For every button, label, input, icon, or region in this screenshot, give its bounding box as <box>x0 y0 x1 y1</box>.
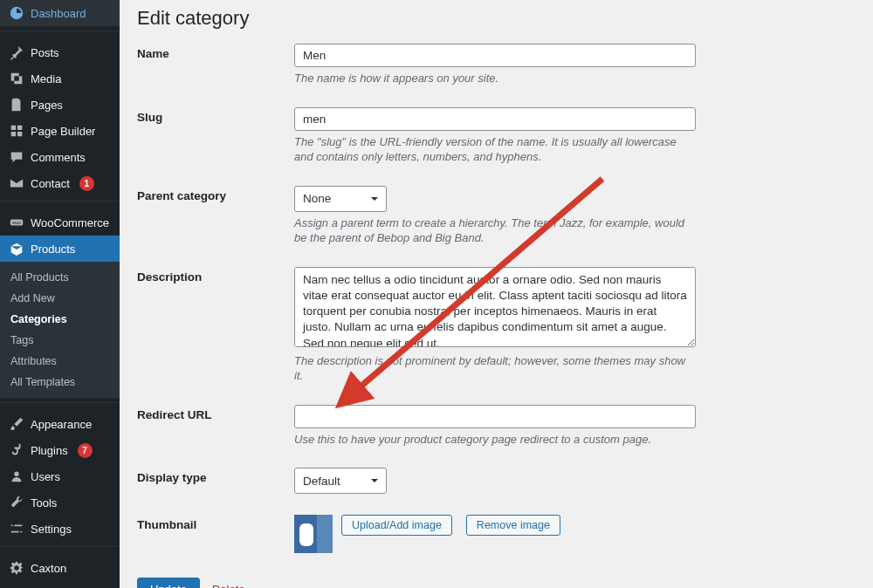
submenu-categories[interactable]: Categories <box>0 309 120 330</box>
name-description: The name is how it appears on your site. <box>294 71 696 86</box>
name-label: Name <box>137 33 294 97</box>
woocommerce-icon: woo <box>9 215 24 230</box>
sidebar-label: Dashboard <box>31 7 86 20</box>
description-description: The description is not prominent by defa… <box>294 353 696 384</box>
sidebar-item-contact[interactable]: Contact 1 <box>0 170 120 196</box>
thumbnail-image[interactable] <box>294 515 333 553</box>
plugins-badge: 7 <box>78 443 93 458</box>
sidebar-item-plugins[interactable]: Plugins 7 <box>0 437 120 463</box>
parent-description: Assign a parent term to create a hierarc… <box>294 215 696 246</box>
update-button[interactable]: Update <box>137 578 200 588</box>
sidebar-label: Settings <box>31 523 72 536</box>
separator <box>0 31 120 35</box>
thumbnail-label: Thumbnail <box>137 504 294 564</box>
upload-image-button[interactable]: Upload/Add image <box>341 515 452 536</box>
main-content: Edit category Name The name is how it ap… <box>120 0 873 588</box>
slug-description: The "slug" is the URL-friendly version o… <box>294 134 696 165</box>
submenu-attributes[interactable]: Attributes <box>0 351 120 372</box>
products-submenu: All Products Add New Categories Tags Att… <box>0 262 120 398</box>
sidebar-label: Products <box>31 243 75 256</box>
sidebar-item-media[interactable]: Media <box>0 65 120 92</box>
media-icon <box>9 71 24 86</box>
sidebar-item-settings[interactable]: Settings <box>0 516 120 542</box>
admin-sidebar: Dashboard Posts Media Pages Page Builder… <box>0 0 120 588</box>
form-actions: Update Delete <box>137 578 856 588</box>
mail-icon <box>9 175 24 191</box>
plug-icon <box>9 442 24 458</box>
sidebar-item-page-builder[interactable]: Page Builder <box>0 118 120 144</box>
sliders-icon <box>9 521 24 537</box>
sidebar-item-woocommerce[interactable]: woo WooCommerce <box>0 209 120 236</box>
grid-icon <box>9 123 24 139</box>
pin-icon <box>9 44 24 60</box>
redirect-input[interactable] <box>294 405 696 428</box>
delete-link[interactable]: Delete <box>212 583 245 588</box>
products-icon <box>9 241 24 256</box>
submenu-all-templates[interactable]: All Templates <box>0 372 120 393</box>
pages-icon <box>9 97 24 113</box>
sidebar-label: WooCommerce <box>31 216 109 229</box>
sidebar-item-appearance[interactable]: Appearance <box>0 411 120 437</box>
sidebar-item-tools[interactable]: Tools <box>0 489 120 516</box>
redirect-description: Use this to have your product category p… <box>294 432 696 448</box>
contact-badge: 1 <box>79 176 94 191</box>
sidebar-label: Page Builder <box>31 125 95 138</box>
parent-label: Parent category <box>137 175 294 256</box>
page-title: Edit category <box>137 0 856 33</box>
sidebar-item-comments[interactable]: Comments <box>0 144 120 170</box>
sidebar-item-dashboard[interactable]: Dashboard <box>0 0 120 26</box>
sidebar-label: Pages <box>31 99 63 112</box>
description-label: Description <box>137 256 294 394</box>
user-icon <box>9 468 24 484</box>
display-label: Display type <box>137 457 294 504</box>
sidebar-label: Posts <box>31 46 59 59</box>
dashboard-icon <box>9 5 24 21</box>
sidebar-item-users[interactable]: Users <box>0 463 120 489</box>
name-input[interactable] <box>294 44 696 67</box>
submenu-all-products[interactable]: All Products <box>0 267 120 288</box>
svg-text:woo: woo <box>11 220 21 225</box>
parent-select[interactable]: None <box>294 186 387 212</box>
sidebar-label: Contact <box>31 177 70 190</box>
wrench-icon <box>9 495 24 510</box>
display-select[interactable]: Default <box>294 468 387 494</box>
brush-icon <box>9 416 24 432</box>
sidebar-label: Appearance <box>31 418 92 431</box>
sidebar-item-caxton[interactable]: Caxton <box>0 555 120 581</box>
redirect-label: Redirect URL <box>137 394 294 458</box>
sidebar-label: Users <box>31 470 60 483</box>
sidebar-item-posts[interactable]: Posts <box>0 39 120 65</box>
remove-image-button[interactable]: Remove image <box>466 515 560 536</box>
sidebar-item-pages[interactable]: Pages <box>0 92 120 118</box>
separator <box>0 402 120 407</box>
edit-category-form: Name The name is how it appears on your … <box>137 33 856 564</box>
gear-icon <box>9 560 24 576</box>
separator <box>0 546 120 550</box>
sidebar-label: Caxton <box>31 562 66 575</box>
sidebar-label: Comments <box>31 151 86 164</box>
sidebar-label: Tools <box>31 496 57 509</box>
submenu-add-new[interactable]: Add New <box>0 288 120 309</box>
slug-label: Slug <box>137 97 294 175</box>
separator <box>0 201 120 205</box>
comment-icon <box>9 149 24 165</box>
sidebar-label: Plugins <box>31 444 68 457</box>
sidebar-label: Media <box>31 72 61 85</box>
slug-input[interactable] <box>294 107 696 131</box>
sidebar-item-products[interactable]: Products <box>0 236 120 262</box>
description-textarea[interactable] <box>294 267 696 347</box>
submenu-tags[interactable]: Tags <box>0 330 120 351</box>
